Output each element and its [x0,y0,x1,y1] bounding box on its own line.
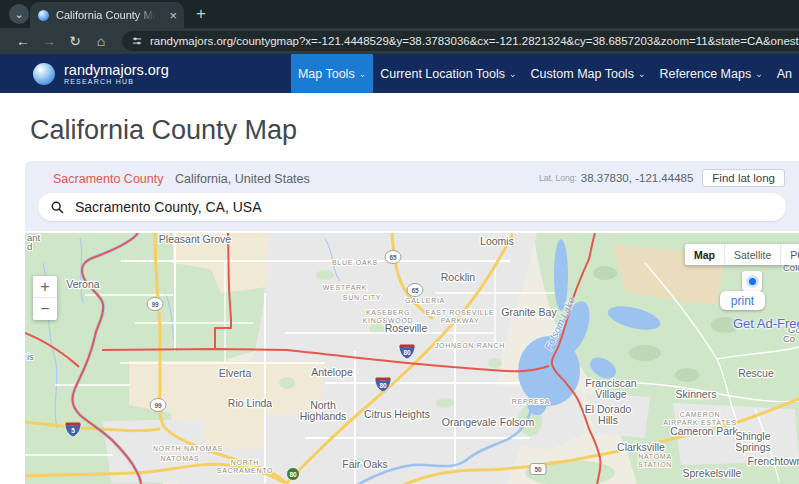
nav-item-current-location-tools[interactable]: Current Location Tools⌄ [373,54,523,93]
map-label: Rio Linda [228,397,273,409]
search-icon [51,201,64,214]
site-favicon [38,10,49,21]
page-title: California County Map [30,115,799,146]
url-text: randymajors.org/countygmap?x=-121.444852… [150,35,799,47]
chevron-down-icon: ⌄ [509,69,517,79]
nav-item-an[interactable]: An [770,54,799,93]
chevron-down-icon: ⌄ [755,69,763,79]
highway-shield-65: 65 [385,251,401,264]
highway-shield-99: 99 [150,399,166,412]
highway-shield-65: 65 [407,284,423,297]
map-type-bar: MapSatellitePOI [685,244,799,265]
my-location-button[interactable] [742,271,762,291]
home-icon[interactable]: ⌂ [88,33,114,49]
map-label: Skinners [676,388,717,400]
county-region: California, United States [175,172,310,186]
tab-close-icon[interactable]: × [169,9,177,22]
map-image: Pleasant GroveLoomisVeronaRocklinGranite… [25,233,799,484]
map-type-map[interactable]: Map [685,244,725,265]
map-label: is [27,351,34,362]
latlong-label: Lat. Long: [539,173,577,183]
map-label: REPRESA [512,398,550,405]
browser-tab-strip: ⌄ California County Map – show × + [0,0,799,28]
map-label: Cameron Park [670,425,738,437]
map-label: NATOMAS [161,455,200,462]
map-zoom-control: + − [33,276,57,320]
svg-text:99: 99 [151,301,159,308]
map-label: Elverta [219,367,252,379]
get-ad-free-link[interactable]: Get Ad-Free [733,316,799,331]
map-label: d [27,241,32,252]
county-panel: Sacramento County California, United Sta… [25,161,799,231]
search-input[interactable] [75,199,715,215]
back-icon[interactable]: ← [10,33,36,49]
zoom-out-button[interactable]: − [33,298,57,320]
location-dot-icon [749,278,756,285]
site-header: randymajors.org RESEARCH HUB Map Tools⌄C… [0,54,799,93]
url-bar[interactable]: randymajors.org/countygmap?x=-121.444852… [122,31,799,51]
map-label: Antelope [311,366,353,378]
brand-subtitle: RESEARCH HUB [64,78,169,85]
svg-text:50: 50 [534,466,542,473]
map-label: Sprekelsville [683,467,742,479]
svg-text:65: 65 [411,287,419,294]
nav-item-reference-maps[interactable]: Reference Maps⌄ [652,54,769,93]
browser-tab[interactable]: California County Map – show × [30,2,184,28]
svg-text:80: 80 [379,382,387,389]
map-label: Folsom [500,416,535,428]
svg-text:5: 5 [71,427,75,434]
reload-icon[interactable]: ↻ [62,33,88,49]
map-canvas[interactable]: Pleasant GroveLoomisVeronaRocklinGranite… [25,233,799,484]
map-label: Granite Bay [501,306,557,318]
map-label: Pleasant Grove [159,233,232,245]
map-label: JOHNSON RANCH [435,342,505,349]
tab-title: California County Map – show [56,9,156,21]
search-box[interactable] [38,193,786,221]
map-label: KASEBERGKINGSWOOD [363,309,414,324]
map-label: ShingleSprings [735,430,771,453]
map-label: NORTH NATOMAS [153,445,223,452]
highway-shield-80: 80 [287,468,300,481]
map-label: GALLERIA [405,297,445,304]
brand[interactable]: randymajors.org RESEARCH HUB [0,54,169,93]
new-tab-button[interactable]: + [196,4,206,24]
print-button[interactable]: print [720,291,765,310]
highway-shield-50: 50 [530,464,546,475]
map-label: Co [783,333,795,344]
latlong-value: 38.37830, -121.44485 [581,172,694,184]
map-label: Loomis [480,235,514,247]
location-ring-icon [746,275,759,288]
map-label: Verona [66,278,99,290]
svg-text:80: 80 [289,471,297,478]
svg-text:80: 80 [403,349,411,356]
map-type-satellite[interactable]: Satellite [725,244,781,265]
map-label: SUN CITY [343,294,381,301]
svg-text:99: 99 [154,402,162,409]
svg-text:65: 65 [389,254,397,261]
site-logo-icon [33,63,55,85]
site-settings-icon[interactable] [132,35,142,47]
nav-item-map-tools[interactable]: Map Tools⌄ [291,54,373,93]
main-nav: Map Tools⌄Current Location Tools⌄Custom … [291,54,799,93]
highway-shield-99: 99 [147,298,163,311]
map-type-poi[interactable]: POI [781,244,799,265]
forward-icon[interactable]: → [36,33,62,49]
map-label: Citrus Heights [364,408,430,420]
chevron-down-icon: ⌄ [359,69,367,79]
map-label: Orangevale [442,416,496,428]
nav-item-custom-map-tools[interactable]: Custom Map Tools⌄ [524,54,653,93]
tab-search-button[interactable]: ⌄ [9,4,29,24]
county-name-link[interactable]: Sacramento County [53,172,163,186]
map-label: NATOMASTATION [638,453,672,468]
map-label: Frenchtown [748,455,799,467]
chevron-down-icon: ⌄ [638,69,646,79]
browser-toolbar: ← → ↻ ⌂ randymajors.org/countygmap?x=-12… [0,28,799,54]
map-label: Clarksville [617,441,665,453]
map-label: Fair Oaks [342,458,388,470]
zoom-in-button[interactable]: + [33,276,57,298]
map-label: WESTPARK [323,284,367,291]
map-label: Rescue [738,367,774,379]
find-latlong-button[interactable]: Find lat long [702,169,785,187]
map-label: BLUE OAKS [332,259,378,266]
map-label: Rocklin [441,271,476,283]
